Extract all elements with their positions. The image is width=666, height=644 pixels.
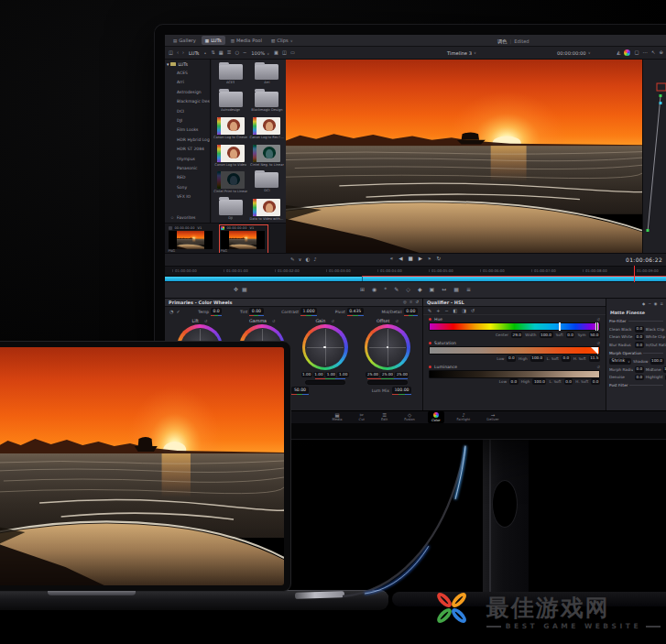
tree-item-blackmagic-design[interactable]: Blackmagic Design xyxy=(165,97,210,106)
dropdown-field[interactable]: Shrink∨ xyxy=(609,358,631,365)
value-field[interactable]: 0.0 xyxy=(211,308,222,314)
fullscreen-icon[interactable]: ▢ xyxy=(634,50,639,55)
clip-01[interactable]: 00:00:00:00V1PNG xyxy=(168,225,215,255)
pointer-tool-icon[interactable]: ↖ xyxy=(651,50,656,55)
playhead-marker[interactable] xyxy=(634,266,635,282)
chip-value[interactable]: 0.0 xyxy=(562,355,571,362)
top-tab-luts[interactable]: ▦LUTs xyxy=(202,36,225,45)
top-tab-media-pool[interactable]: ▥Media Pool xyxy=(227,36,266,45)
image-wipe-icon[interactable]: ⊞ xyxy=(360,287,365,292)
chip-value[interactable]: 0.0 xyxy=(507,355,516,362)
top-tab-gallery[interactable]: ▤Gallery xyxy=(169,36,200,45)
list-view-icon[interactable]: ☰ xyxy=(227,50,232,55)
wheel-value[interactable]: 1.00 xyxy=(337,372,348,378)
tree-item-film-looks[interactable]: Film Looks xyxy=(165,126,210,135)
value-field[interactable]: 100.0 xyxy=(663,366,666,373)
wheel-value[interactable]: 25.00 xyxy=(366,372,379,378)
reset-icon[interactable]: ↺ xyxy=(596,365,600,369)
color-wheel-gain[interactable] xyxy=(302,324,348,370)
clip-thumbnail[interactable] xyxy=(169,231,213,249)
value-field[interactable]: 0.0 xyxy=(635,326,644,333)
reset-icon[interactable]: ↺ xyxy=(272,319,276,323)
clip-02[interactable]: 00:00:00:00V1PNG xyxy=(220,225,267,255)
page-tab-fusion[interactable]: ◇Fusion xyxy=(400,412,419,423)
loop-icon[interactable]: ↻ xyxy=(437,257,442,262)
clip-thumbnail[interactable] xyxy=(221,231,265,249)
zoom-level-select[interactable]: 100% ∨ xyxy=(251,50,269,56)
split-view-icon[interactable]: ◫ xyxy=(282,50,287,55)
lut-grid-item-aces[interactable]: ACES xyxy=(213,61,247,89)
snapshot-icon[interactable]: ▣ xyxy=(430,287,435,292)
wheel-value[interactable]: 25.00 xyxy=(395,372,409,378)
tree-item-arri[interactable]: Arri xyxy=(165,78,210,87)
hue-handle[interactable] xyxy=(559,322,562,331)
reset-icon[interactable]: ↺ xyxy=(596,341,600,345)
wheel-master-slider[interactable] xyxy=(367,380,408,385)
enabled-dot[interactable] xyxy=(429,366,431,368)
hue-handle[interactable] xyxy=(595,322,598,331)
flag-icon[interactable]: * xyxy=(384,287,387,292)
menu-icon[interactable]: ≡ xyxy=(660,302,663,306)
lut-grid-item-dji[interactable]: DJI xyxy=(213,197,247,224)
pan-tool-icon[interactable]: ⊕ xyxy=(659,50,663,55)
value-field[interactable]: 0.00 xyxy=(249,308,263,314)
mini-timeline[interactable] xyxy=(165,275,666,282)
tree-item-dci[interactable]: DCI xyxy=(165,107,210,116)
step-back-icon[interactable]: ◀ xyxy=(399,257,402,262)
reset-icon[interactable]: ↺ xyxy=(596,317,600,322)
chevron-down-icon[interactable]: ∨ xyxy=(299,257,302,262)
lum-range-bar[interactable] xyxy=(429,370,600,378)
annotate-icon[interactable]: ✎ xyxy=(290,257,295,262)
color-wheel-offset[interactable] xyxy=(365,324,410,370)
value-field[interactable]: 0.435 xyxy=(347,308,364,314)
picker-subtract-icon[interactable]: − xyxy=(444,309,448,313)
value-field[interactable]: 100.00 xyxy=(392,387,411,393)
value-field[interactable]: 1.000 xyxy=(300,308,317,314)
lut-grid-item-arri[interactable]: Arri xyxy=(249,61,284,89)
lut-grid-item-cintel-print-to-linear[interactable]: Cintel Print to Linear xyxy=(213,169,247,197)
sidebar-item-favorites[interactable]: ☆ Favorites xyxy=(170,215,195,220)
curve-icon[interactable]: ~ xyxy=(648,302,651,306)
chip-value[interactable]: 100.0 xyxy=(530,355,544,362)
back-icon[interactable]: ‹ xyxy=(177,50,179,55)
chip-value[interactable]: 50.0 xyxy=(589,332,600,338)
single-view-icon[interactable]: ▣ xyxy=(274,50,278,55)
cinema-view-icon[interactable]: ▭ xyxy=(290,50,295,55)
wheel-value[interactable]: 1.00 xyxy=(313,372,324,378)
tree-item-hdr-st-2084[interactable]: HDR ST 2084 xyxy=(165,145,210,154)
more-options-icon[interactable]: ⋯ xyxy=(643,50,648,55)
hue-range-bar[interactable] xyxy=(429,322,600,331)
enabled-dot[interactable] xyxy=(429,342,431,344)
value-field[interactable]: 0.0 xyxy=(635,366,644,373)
lut-grid-item-cintel-neg-to-linear[interactable]: Cintel Neg. to Linear xyxy=(249,143,284,170)
reset-icon[interactable]: ↺ xyxy=(204,319,208,323)
value-field[interactable]: 0.0 xyxy=(635,342,644,348)
eyedropper-icon[interactable]: ✎ xyxy=(428,309,431,313)
goto-start-icon[interactable]: « xyxy=(390,257,393,262)
custom-mode-icon[interactable]: ✓ xyxy=(176,310,180,314)
viewer-timecode[interactable]: 00:00:00:00 ∨ xyxy=(557,50,591,56)
auto-color-icon[interactable]: ◎ xyxy=(403,300,407,304)
tree-item-olympus[interactable]: Olympus xyxy=(165,155,210,164)
grid-view-icon[interactable]: ▦ xyxy=(219,50,224,55)
tree-item-panasonic[interactable]: Panasonic xyxy=(165,164,210,173)
tree-item-hdr-hybrid-log-[interactable]: HDR Hybrid Log ... xyxy=(165,136,210,145)
scope-icon[interactable]: ◉ xyxy=(654,302,658,306)
page-tab-deliver[interactable]: →Deliver xyxy=(483,412,502,423)
goto-end-icon[interactable]: » xyxy=(428,257,431,262)
reset-icon[interactable]: ↺ xyxy=(395,319,399,323)
wheel-value[interactable]: 25.00 xyxy=(380,372,394,378)
keyframe-icon[interactable]: ◆ xyxy=(642,302,645,306)
chip-value[interactable]: 0.0 xyxy=(509,378,519,385)
reset-icon[interactable]: ↺ xyxy=(415,300,419,304)
menu-icon[interactable]: ≡ xyxy=(409,300,413,304)
reset-icon[interactable]: ↺ xyxy=(471,309,475,313)
search-icon[interactable]: ○ xyxy=(235,50,239,55)
grid-icon[interactable]: ▦ xyxy=(242,287,247,292)
value-field[interactable]: 50.00 xyxy=(291,387,308,393)
color-wheel-icon[interactable] xyxy=(624,49,630,56)
wheel-master-slider[interactable] xyxy=(305,380,345,385)
reference-icon[interactable]: ◉ xyxy=(372,287,377,292)
panel-toggle-icon[interactable]: ◫ xyxy=(169,50,173,55)
chip-value[interactable]: 0.0 xyxy=(564,378,573,385)
